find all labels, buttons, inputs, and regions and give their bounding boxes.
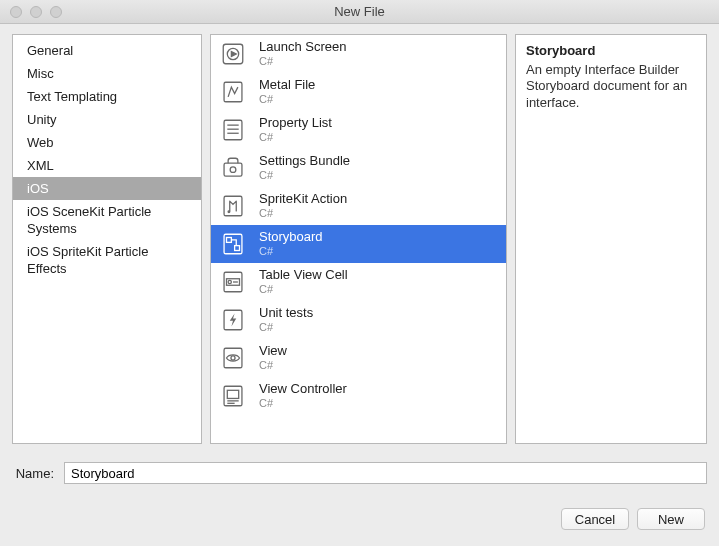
- template-name: Table View Cell: [259, 268, 348, 283]
- template-text: ViewC#: [259, 344, 287, 372]
- svg-rect-2: [224, 82, 242, 102]
- template-subtitle: C#: [259, 245, 323, 258]
- category-item[interactable]: Unity: [13, 108, 201, 131]
- bolt-icon: [219, 306, 247, 334]
- template-text: Metal FileC#: [259, 78, 315, 106]
- template-text: Unit testsC#: [259, 306, 313, 334]
- template-name: Metal File: [259, 78, 315, 93]
- columns: GeneralMiscText TemplatingUnityWebXMLiOS…: [12, 34, 707, 444]
- svg-rect-7: [224, 163, 242, 176]
- category-list[interactable]: GeneralMiscText TemplatingUnityWebXMLiOS…: [12, 34, 202, 444]
- name-input[interactable]: [64, 462, 707, 484]
- eye-icon: [219, 344, 247, 372]
- table-cell-icon: [219, 268, 247, 296]
- category-item[interactable]: Web: [13, 131, 201, 154]
- template-subtitle: C#: [259, 169, 350, 182]
- dialog-content: GeneralMiscText TemplatingUnityWebXMLiOS…: [0, 24, 719, 542]
- template-subtitle: C#: [259, 283, 348, 296]
- template-item[interactable]: Property ListC#: [211, 111, 506, 149]
- template-subtitle: C#: [259, 207, 347, 220]
- name-row: Name:: [12, 462, 707, 484]
- controller-icon: [219, 382, 247, 410]
- template-item[interactable]: Metal FileC#: [211, 73, 506, 111]
- template-subtitle: C#: [259, 321, 313, 334]
- svg-rect-3: [224, 120, 242, 140]
- dialog-buttons: Cancel New: [12, 508, 707, 530]
- category-item[interactable]: General: [13, 39, 201, 62]
- name-label: Name:: [12, 466, 54, 481]
- minimize-icon[interactable]: [30, 6, 42, 18]
- svg-point-8: [230, 167, 236, 173]
- details-body: An empty Interface Builder Storyboard do…: [526, 62, 696, 111]
- svg-rect-13: [235, 246, 240, 251]
- svg-point-20: [231, 356, 235, 360]
- metal-icon: [219, 78, 247, 106]
- category-item[interactable]: Text Templating: [13, 85, 201, 108]
- details-title: Storyboard: [526, 43, 696, 58]
- template-list[interactable]: Launch ScreenC#Metal FileC#Property List…: [210, 34, 507, 444]
- details-panel: Storyboard An empty Interface Builder St…: [515, 34, 707, 444]
- template-item[interactable]: SpriteKit ActionC#: [211, 187, 506, 225]
- template-text: Property ListC#: [259, 116, 332, 144]
- template-name: Storyboard: [259, 230, 323, 245]
- svg-rect-12: [227, 238, 232, 243]
- template-subtitle: C#: [259, 55, 346, 68]
- category-item[interactable]: iOS: [13, 177, 201, 200]
- close-icon[interactable]: [10, 6, 22, 18]
- template-text: SpriteKit ActionC#: [259, 192, 347, 220]
- template-item[interactable]: ViewC#: [211, 339, 506, 377]
- template-subtitle: C#: [259, 131, 332, 144]
- template-text: StoryboardC#: [259, 230, 323, 258]
- template-text: Launch ScreenC#: [259, 40, 346, 68]
- category-item[interactable]: iOS SpriteKit Particle Effects: [13, 240, 201, 280]
- template-item[interactable]: Settings BundleC#: [211, 149, 506, 187]
- svg-rect-22: [227, 390, 238, 398]
- list-icon: [219, 116, 247, 144]
- window-title: New File: [0, 4, 719, 19]
- cancel-button[interactable]: Cancel: [561, 508, 629, 530]
- template-subtitle: C#: [259, 397, 347, 410]
- category-item[interactable]: iOS SceneKit Particle Systems: [13, 200, 201, 240]
- svg-rect-9: [224, 196, 242, 216]
- category-item[interactable]: XML: [13, 154, 201, 177]
- zoom-icon[interactable]: [50, 6, 62, 18]
- template-name: Unit tests: [259, 306, 313, 321]
- template-name: Property List: [259, 116, 332, 131]
- template-name: Settings Bundle: [259, 154, 350, 169]
- template-item[interactable]: View ControllerC#: [211, 377, 506, 415]
- template-item[interactable]: Table View CellC#: [211, 263, 506, 301]
- new-button[interactable]: New: [637, 508, 705, 530]
- template-subtitle: C#: [259, 359, 287, 372]
- template-text: Table View CellC#: [259, 268, 348, 296]
- titlebar: New File: [0, 0, 719, 24]
- template-name: Launch Screen: [259, 40, 346, 55]
- template-name: View: [259, 344, 287, 359]
- template-item[interactable]: Unit testsC#: [211, 301, 506, 339]
- svg-point-10: [228, 211, 230, 213]
- window-controls: [0, 6, 62, 18]
- template-subtitle: C#: [259, 93, 315, 106]
- storyboard-icon: [219, 230, 247, 258]
- template-item[interactable]: StoryboardC#: [211, 225, 506, 263]
- template-text: Settings BundleC#: [259, 154, 350, 182]
- template-item[interactable]: Launch ScreenC#: [211, 35, 506, 73]
- template-name: View Controller: [259, 382, 347, 397]
- template-name: SpriteKit Action: [259, 192, 347, 207]
- bundle-icon: [219, 154, 247, 182]
- category-item[interactable]: Misc: [13, 62, 201, 85]
- svg-point-16: [228, 280, 231, 283]
- play-circle-icon: [219, 40, 247, 68]
- template-text: View ControllerC#: [259, 382, 347, 410]
- sprite-icon: [219, 192, 247, 220]
